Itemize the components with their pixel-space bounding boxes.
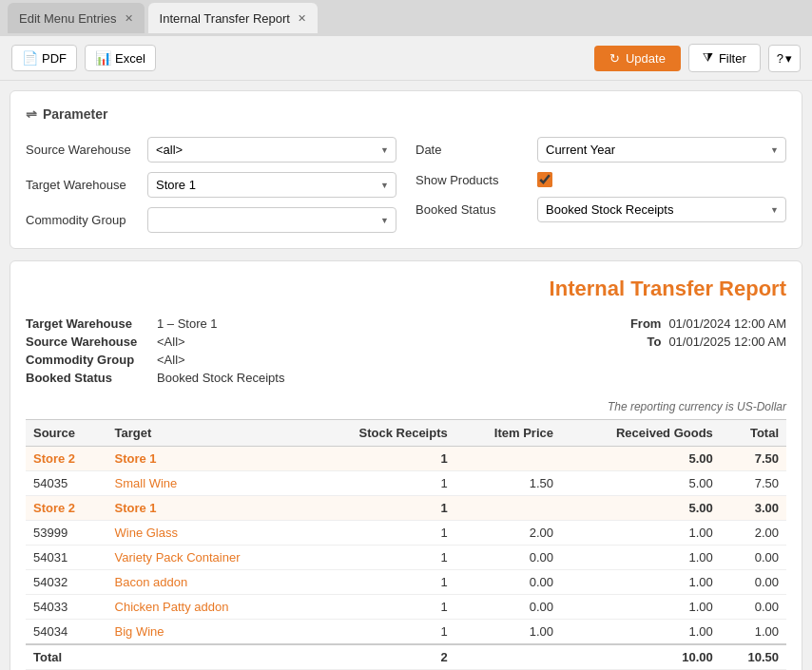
toolbar-left: 📄 PDF 📊 Excel xyxy=(11,45,156,71)
cell-target xyxy=(107,644,308,670)
meta-source-warehouse: Source Warehouse <All> xyxy=(26,335,284,349)
cell-source: 54032 xyxy=(26,570,107,595)
tab-internal-transfer[interactable]: Internal Transfer Report ✕ xyxy=(148,3,318,33)
cell-target: Big Wine xyxy=(107,620,308,645)
table-header-row: Source Target Stock Receipts Item Price … xyxy=(26,420,786,447)
cell-item-price: 0.00 xyxy=(455,570,561,595)
date-select[interactable]: Current Year xyxy=(537,137,786,163)
cell-received-goods: 5.00 xyxy=(561,496,721,521)
table-row: Store 2 Store 1 1 5.00 3.00 xyxy=(26,496,786,521)
toolbar-right: ↻ Update ⧩ Filter ? ▾ xyxy=(594,44,801,72)
meta-booked-status-value: Booked Stock Receipts xyxy=(157,371,284,385)
meta-to: To 01/01/2025 12:00 AM xyxy=(537,335,786,349)
table-row: 53999 Wine Glass 1 2.00 1.00 2.00 xyxy=(26,521,786,546)
meta-source-warehouse-label: Source Warehouse xyxy=(26,335,149,349)
meta-commodity-group: Commodity Group <All> xyxy=(26,353,284,367)
tab-bar: Edit Menu Entries ✕ Internal Transfer Re… xyxy=(0,0,812,36)
parameter-title: Parameter xyxy=(43,106,108,122)
cell-received-goods: 5.00 xyxy=(561,471,721,496)
cell-received-goods: 5.00 xyxy=(561,447,721,471)
pdf-label: PDF xyxy=(42,51,67,66)
excel-button[interactable]: 📊 Excel xyxy=(85,45,156,71)
cell-target: Wine Glass xyxy=(107,521,308,546)
cell-stock-receipts: 1 xyxy=(307,471,454,496)
booked-status-select[interactable]: Booked Stock Receipts xyxy=(537,197,786,222)
commodity-group-row: Commodity Group xyxy=(26,207,396,233)
excel-label: Excel xyxy=(115,51,145,66)
cell-received-goods: 1.00 xyxy=(561,620,721,645)
cell-total: 0.00 xyxy=(721,546,786,570)
meta-commodity-group-label: Commodity Group xyxy=(26,353,149,367)
show-products-checkbox[interactable] xyxy=(537,172,552,187)
col-received-goods: Received Goods xyxy=(561,420,721,447)
help-button[interactable]: ? ▾ xyxy=(768,45,801,72)
col-source: Source xyxy=(26,420,107,447)
parameter-form: Source Warehouse <all> Target Warehouse … xyxy=(26,137,786,233)
meta-source-warehouse-value: <All> xyxy=(157,335,185,349)
cell-stock-receipts: 1 xyxy=(307,521,454,546)
meta-from-label: From xyxy=(537,316,661,331)
table-row: Store 2 Store 1 1 5.00 7.50 xyxy=(26,447,786,471)
cell-target: Bacon addon xyxy=(107,570,308,595)
tab-edit-menu-close[interactable]: ✕ xyxy=(125,12,133,25)
source-warehouse-select[interactable]: <all> xyxy=(147,137,396,163)
show-products-row: Show Products xyxy=(416,172,786,187)
pdf-button[interactable]: 📄 PDF xyxy=(11,45,77,71)
cell-target: Small Wine xyxy=(107,471,308,496)
cell-stock-receipts: 1 xyxy=(307,595,454,620)
target-warehouse-row: Target Warehouse Store 1 xyxy=(26,172,396,198)
meta-target-warehouse-label: Target Warehouse xyxy=(26,316,149,331)
cell-stock-receipts: 1 xyxy=(307,570,454,595)
chevron-down-icon: ▾ xyxy=(785,51,792,66)
excel-icon: 📊 xyxy=(95,50,111,66)
pdf-icon: 📄 xyxy=(22,50,38,66)
commodity-group-select[interactable] xyxy=(147,207,396,233)
cell-item-price: 2.00 xyxy=(455,521,561,546)
cell-stock-receipts: 1 xyxy=(307,546,454,570)
tab-internal-transfer-label: Internal Transfer Report xyxy=(160,11,290,26)
target-warehouse-select[interactable]: Store 1 xyxy=(147,172,396,198)
cell-total: 2.00 xyxy=(721,521,786,546)
cell-source: Store 2 xyxy=(26,496,107,521)
report-panel: Internal Transfer Report Target Warehous… xyxy=(10,260,802,670)
tab-edit-menu[interactable]: Edit Menu Entries ✕ xyxy=(8,3,145,33)
meta-booked-status-label: Booked Status xyxy=(26,371,149,385)
col-item-price: Item Price xyxy=(455,420,561,447)
cell-target: Variety Pack Container xyxy=(107,546,308,570)
cell-item-price: 0.00 xyxy=(455,595,561,620)
cell-item-price xyxy=(455,644,561,670)
cell-source: 54033 xyxy=(26,595,107,620)
cell-stock-receipts: 1 xyxy=(307,620,454,645)
target-warehouse-label: Target Warehouse xyxy=(26,178,140,192)
meta-from-value: 01/01/2024 12:00 AM xyxy=(668,316,786,331)
update-button[interactable]: ↻ Update xyxy=(594,46,681,71)
meta-commodity-group-value: <All> xyxy=(157,353,185,367)
cell-received-goods: 10.00 xyxy=(561,644,721,670)
table-row: 54031 Variety Pack Container 1 0.00 1.00… xyxy=(26,546,786,570)
cell-item-price xyxy=(455,496,561,521)
toolbar: 📄 PDF 📊 Excel ↻ Update ⧩ Filter ? ▾ xyxy=(0,36,812,81)
meta-to-value: 01/01/2025 12:00 AM xyxy=(668,335,786,349)
filter-button[interactable]: ⧩ Filter xyxy=(688,44,761,72)
col-target: Target xyxy=(107,420,308,447)
report-title: Internal Transfer Report xyxy=(26,277,786,301)
col-total: Total xyxy=(721,420,786,447)
cell-source: 54035 xyxy=(26,471,107,496)
cell-total: 3.00 xyxy=(721,496,786,521)
report-meta-left: Target Warehouse 1 – Store 1 Source Ware… xyxy=(26,316,284,389)
tab-internal-transfer-close[interactable]: ✕ xyxy=(298,12,306,25)
parameter-panel: ⇌ Parameter Source Warehouse <all> Targe… xyxy=(10,90,802,249)
tab-edit-menu-label: Edit Menu Entries xyxy=(19,11,117,26)
cell-target: Chicken Patty addon xyxy=(107,595,308,620)
cell-item-price: 1.50 xyxy=(455,471,561,496)
cell-source: Store 2 xyxy=(26,447,107,471)
cell-received-goods: 1.00 xyxy=(561,521,721,546)
meta-target-warehouse: Target Warehouse 1 – Store 1 xyxy=(26,316,284,331)
table-row: 54034 Big Wine 1 1.00 1.00 1.00 xyxy=(26,620,786,645)
cell-source: 54034 xyxy=(26,620,107,645)
cell-received-goods: 1.00 xyxy=(561,570,721,595)
panel-title: ⇌ Parameter xyxy=(26,106,786,122)
cell-total: 10.50 xyxy=(721,644,786,670)
commodity-group-select-wrapper xyxy=(147,207,396,233)
cell-item-price: 0.00 xyxy=(455,546,561,570)
